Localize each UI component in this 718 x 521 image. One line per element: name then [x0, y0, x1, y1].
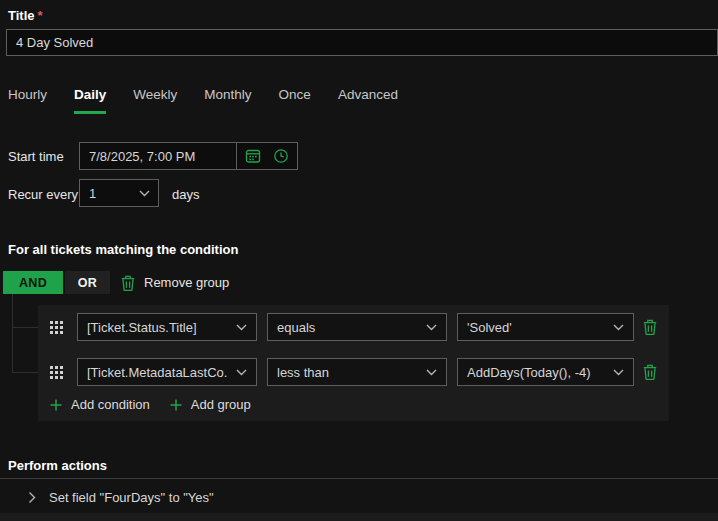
tab-daily[interactable]: Daily — [74, 87, 106, 114]
chevron-down-icon — [613, 324, 624, 331]
condition-operator-select[interactable]: equals — [267, 313, 447, 341]
condition-field-select[interactable]: [Ticket.MetadataLastCo... — [77, 358, 257, 386]
condition-field-value: [Ticket.MetadataLastCo... — [87, 365, 228, 380]
actions-heading: Perform actions — [8, 458, 107, 473]
conditions-heading: For all tickets matching the condition — [8, 242, 238, 257]
calendar-picker-button[interactable] — [245, 148, 261, 164]
condition-group-panel: [Ticket.Status.Title] equals 'Solved' — [38, 305, 669, 421]
delete-condition-button[interactable] — [643, 364, 657, 380]
tab-once[interactable]: Once — [279, 87, 311, 114]
tab-advanced[interactable]: Advanced — [338, 87, 398, 114]
recur-every-label: Recur every — [8, 187, 78, 202]
plus-icon — [50, 399, 62, 411]
time-picker-button[interactable] — [273, 148, 289, 164]
condition-value-text: 'Solved' — [467, 320, 605, 335]
condition-field-select[interactable]: [Ticket.Status.Title] — [77, 313, 257, 341]
chevron-down-icon — [426, 369, 437, 376]
tab-weekly[interactable]: Weekly — [133, 87, 177, 114]
recur-unit-label: days — [172, 187, 199, 202]
start-time-label: Start time — [8, 149, 64, 164]
chevron-down-icon — [426, 324, 437, 331]
start-time-control: 7/8/2025, 7:00 PM — [79, 142, 298, 170]
drag-handle-icon[interactable] — [48, 319, 64, 335]
remove-group-button[interactable]: Remove group — [121, 275, 229, 291]
title-label-text: Title — [8, 8, 35, 23]
start-time-value[interactable]: 7/8/2025, 7:00 PM — [80, 143, 237, 169]
chevron-down-icon — [613, 369, 624, 376]
chevron-right-icon — [28, 491, 36, 504]
actions-separator — [0, 478, 718, 479]
group-connector-vertical — [12, 294, 13, 372]
required-asterisk: * — [38, 8, 43, 23]
add-group-label: Add group — [191, 397, 251, 412]
or-toggle-button[interactable]: OR — [65, 271, 110, 294]
start-time-pickers — [237, 143, 297, 169]
add-condition-button[interactable]: Add condition — [50, 397, 150, 412]
group-connector-row1 — [12, 327, 38, 328]
condition-operator-select[interactable]: less than — [267, 358, 447, 386]
condition-row: [Ticket.Status.Title] equals 'Solved' — [48, 313, 657, 341]
trash-icon — [643, 364, 657, 380]
clock-icon — [273, 148, 289, 164]
add-group-button[interactable]: Add group — [170, 397, 251, 412]
condition-operator-value: equals — [277, 320, 418, 335]
next-action-row-edge — [0, 513, 718, 521]
recur-interval-value: 1 — [89, 186, 96, 201]
condition-add-links: Add condition Add group — [50, 397, 251, 412]
trash-icon — [643, 319, 657, 335]
tab-monthly[interactable]: Monthly — [204, 87, 251, 114]
condition-value-select[interactable]: 'Solved' — [457, 313, 634, 341]
delete-condition-button[interactable] — [643, 319, 657, 335]
schedule-tabs: Hourly Daily Weekly Monthly Once Advance… — [8, 87, 398, 117]
chevron-down-icon — [236, 324, 247, 331]
trash-icon — [121, 275, 135, 291]
title-field-label: Title* — [8, 8, 43, 23]
action-row[interactable]: Set field "FourDays" to "Yes" — [0, 482, 718, 512]
chevron-down-icon — [236, 369, 247, 376]
condition-row: [Ticket.MetadataLastCo... less than AddD… — [48, 358, 657, 386]
chevron-down-icon — [139, 190, 150, 197]
condition-group-toolbar: AND OR Remove group — [3, 271, 229, 294]
condition-operator-value: less than — [277, 365, 418, 380]
action-label: Set field "FourDays" to "Yes" — [49, 490, 214, 505]
group-connector-row2 — [12, 372, 38, 373]
condition-field-value: [Ticket.Status.Title] — [87, 320, 228, 335]
tab-hourly[interactable]: Hourly — [8, 87, 47, 114]
condition-value-select[interactable]: AddDays(Today(), -4) — [457, 358, 634, 386]
drag-handle-icon[interactable] — [48, 364, 64, 380]
condition-value-text: AddDays(Today(), -4) — [467, 365, 605, 380]
remove-group-label: Remove group — [144, 275, 229, 290]
and-toggle-button[interactable]: AND — [3, 271, 63, 294]
calendar-icon — [245, 148, 261, 164]
plus-icon — [170, 399, 182, 411]
recur-interval-select[interactable]: 1 — [79, 179, 159, 207]
title-input[interactable] — [6, 29, 718, 56]
automation-schedule-editor: Title* Hourly Daily Weekly Monthly Once … — [0, 0, 718, 521]
add-condition-label: Add condition — [71, 397, 150, 412]
